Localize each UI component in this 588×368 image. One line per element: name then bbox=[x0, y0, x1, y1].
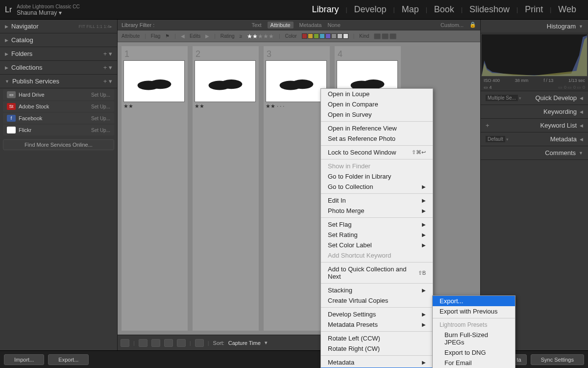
filter-none[interactable]: None bbox=[327, 22, 340, 28]
preset-export-to-dng[interactable]: Export to DNG bbox=[433, 347, 515, 358]
ctx-metadata[interactable]: Metadata▶ bbox=[321, 357, 433, 368]
navigator-header[interactable]: ▶Navigator FIT FILL 1:1 1:4 ▸ bbox=[0, 20, 117, 33]
module-library[interactable]: Library bbox=[305, 4, 345, 15]
quickdev-preset[interactable]: Multiple Se... bbox=[486, 95, 518, 101]
next-icon[interactable]: ▶ bbox=[205, 33, 209, 39]
module-web[interactable]: Web bbox=[551, 4, 583, 15]
ctx-stacking[interactable]: Stacking▶ bbox=[321, 285, 433, 295]
sync-settings-button[interactable]: Sync Settings bbox=[531, 354, 584, 365]
histogram-header[interactable]: Histogram▼ bbox=[481, 20, 588, 33]
selection-count: ▭ 4▭ 0 ▭ 0 ▭ 0 bbox=[481, 84, 588, 91]
ctx-open-in-loupe[interactable]: Open in Loupe bbox=[321, 89, 433, 99]
thumbnail-1[interactable]: 1★★ bbox=[122, 46, 188, 331]
ctx-open-in-compare[interactable]: Open in Compare bbox=[321, 99, 433, 109]
ctx-rotate-left-ccw-[interactable]: Rotate Left (CCW) bbox=[321, 333, 433, 343]
color-swatches[interactable] bbox=[302, 33, 348, 39]
module-map[interactable]: Map bbox=[395, 4, 426, 15]
metadata-header[interactable]: Default ▾ Metadata◀ bbox=[481, 132, 588, 146]
publish-adobe-stock[interactable]: StAdobe StockSet Up... bbox=[3, 101, 114, 112]
export-export-with-previous[interactable]: Export with Previous bbox=[433, 306, 515, 316]
rating-stars[interactable]: ★★★★★ bbox=[247, 33, 274, 40]
app-logo: Lr bbox=[5, 5, 12, 14]
export-submenu[interactable]: Export...Export with PreviousLightroom P… bbox=[432, 295, 515, 368]
publish-flickr[interactable]: ••FlickrSet Up... bbox=[3, 125, 114, 135]
svg-point-7 bbox=[362, 79, 384, 89]
export-button[interactable]: Export... bbox=[48, 354, 89, 365]
thumbnail-2[interactable]: 2★★ bbox=[193, 46, 259, 331]
color-label: Color bbox=[285, 33, 297, 39]
ctx-metadata-presets[interactable]: Metadata Presets▶ bbox=[321, 319, 433, 330]
folders-header[interactable]: ▶Folders+ ▾ bbox=[0, 47, 117, 61]
ctx-open-in-reference-view[interactable]: Open in Reference View bbox=[321, 123, 433, 133]
comments-header[interactable]: Comments▼ bbox=[481, 146, 588, 160]
library-filter-bar: Library Filter : TextAttributeMetadataNo… bbox=[118, 20, 480, 30]
ctx-add-shortcut-keyword: Add Shortcut Keyword bbox=[321, 250, 433, 261]
loupe-view-icon[interactable] bbox=[139, 339, 147, 347]
ctx-set-rating[interactable]: Set Rating▶ bbox=[321, 230, 433, 240]
preset-burn-full-sized-jpegs[interactable]: Burn Full-Sized JPEGs bbox=[433, 330, 515, 347]
sort-value[interactable]: Capture Time bbox=[228, 340, 261, 346]
flag-label: Flag bbox=[151, 33, 160, 39]
publish-header[interactable]: ▼Publish Services+ ▾ bbox=[0, 75, 117, 88]
left-panel: ▶Navigator FIT FILL 1:1 1:4 ▸ ▶Catalog ▶… bbox=[0, 20, 118, 350]
ctx-edit-in[interactable]: Edit In▶ bbox=[321, 195, 433, 206]
keyword-list-header[interactable]: + Keyword List◀ bbox=[481, 119, 588, 132]
people-view-icon[interactable] bbox=[177, 339, 186, 347]
histogram-display bbox=[482, 34, 587, 76]
grid-view-icon[interactable] bbox=[121, 339, 129, 347]
filter-text[interactable]: Text bbox=[251, 22, 261, 28]
ctx-add-to-quick-collection-and-next[interactable]: Add to Quick Collection and Next⇧B bbox=[321, 264, 433, 282]
ctx-create-virtual-copies[interactable]: Create Virtual Copies bbox=[321, 295, 433, 306]
thumbnail-3[interactable]: 3★★ · · · bbox=[264, 46, 330, 331]
histogram-meta: ISO 40038 mmf / 131/13 sec bbox=[481, 77, 588, 84]
svg-point-1 bbox=[149, 79, 171, 89]
filter-attribute[interactable]: Attribute bbox=[268, 22, 294, 28]
ctx-go-to-collection[interactable]: Go to Collection▶ bbox=[321, 182, 433, 192]
collections-header[interactable]: ▶Collections+ ▾ bbox=[0, 61, 117, 75]
flag-icon[interactable]: ⚑ bbox=[165, 33, 170, 39]
keywording-header[interactable]: Keywording◀ bbox=[481, 105, 588, 119]
ctx-set-color-label[interactable]: Set Color Label▶ bbox=[321, 240, 433, 250]
quick-develop-header[interactable]: Multiple Se... ▾ Quick Develop◀ bbox=[481, 91, 588, 105]
ctx-develop-settings[interactable]: Develop Settings▶ bbox=[321, 309, 433, 319]
ctx-rotate-right-cw-[interactable]: Rotate Right (CW) bbox=[321, 343, 433, 354]
metadata-preset[interactable]: Default bbox=[486, 136, 505, 142]
painter-icon[interactable] bbox=[195, 339, 204, 347]
sort-dropdown-icon[interactable]: ▾ bbox=[265, 340, 268, 346]
lock-icon[interactable]: 🔒 bbox=[469, 22, 476, 28]
module-develop[interactable]: Develop bbox=[347, 4, 393, 15]
svg-point-5 bbox=[291, 79, 313, 89]
ctx-go-to-folder-in-library[interactable]: Go to Folder in Library bbox=[321, 171, 433, 182]
ctx-open-in-survey[interactable]: Open in Survey bbox=[321, 109, 433, 120]
import-button[interactable]: Import... bbox=[4, 354, 44, 365]
preset-for-email[interactable]: For Email bbox=[433, 358, 515, 368]
module-slideshow[interactable]: Slideshow bbox=[463, 4, 516, 15]
filter-metadata[interactable]: Metadata bbox=[299, 22, 322, 28]
ctx-set-flag[interactable]: Set Flag▶ bbox=[321, 219, 433, 230]
compare-view-icon[interactable] bbox=[151, 339, 160, 347]
survey-view-icon[interactable] bbox=[164, 339, 173, 347]
find-more-services-button[interactable]: Find More Services Online... bbox=[3, 139, 114, 150]
filter-preset[interactable]: Custom... bbox=[441, 22, 464, 28]
module-picker: Library|Develop|Map|Book|Slideshow|Print… bbox=[305, 4, 583, 15]
export-export-[interactable]: Export... bbox=[433, 296, 515, 306]
sort-label: Sort: bbox=[213, 340, 224, 346]
title-bar: Lr Adobe Lightroom Classic CC Shauna Mur… bbox=[0, 0, 588, 20]
publish-facebook[interactable]: fFacebookSet Up... bbox=[3, 113, 114, 124]
module-book[interactable]: Book bbox=[427, 4, 461, 15]
user-name[interactable]: Shauna Murray ▾ bbox=[17, 10, 79, 16]
ctx-show-in-finder: Show in Finder bbox=[321, 161, 433, 171]
kind-icons[interactable] bbox=[374, 33, 396, 39]
context-menu[interactable]: Open in LoupeOpen in CompareOpen in Surv… bbox=[320, 88, 433, 368]
module-print[interactable]: Print bbox=[518, 4, 550, 15]
catalog-header[interactable]: ▶Catalog bbox=[0, 33, 117, 47]
attribute-bar: Attribute | Flag ⚑ | ◀ Edits ▶ | Rating … bbox=[118, 30, 480, 42]
publish-hard-drive[interactable]: ▭Hard DriveSet Up... bbox=[3, 89, 114, 100]
ctx-lock-to-second-window[interactable]: Lock to Second Window⇧⌘↩ bbox=[321, 147, 433, 158]
preset-header: Lightroom Presets bbox=[433, 320, 515, 330]
rating-op[interactable]: ≥ bbox=[240, 33, 243, 39]
ctx-photo-merge[interactable]: Photo Merge▶ bbox=[321, 206, 433, 216]
prev-icon[interactable]: ◀ bbox=[181, 33, 185, 39]
edits-label: Edits bbox=[190, 33, 200, 39]
ctx-set-as-reference-photo[interactable]: Set as Reference Photo bbox=[321, 133, 433, 144]
